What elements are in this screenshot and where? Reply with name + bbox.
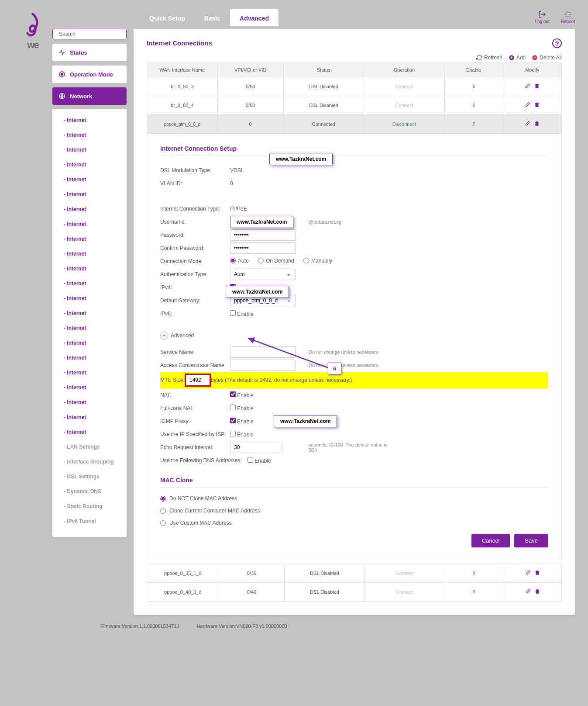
sidebar-item-internet[interactable]: - Internet bbox=[52, 113, 127, 128]
mac-opt-custom[interactable]: Use Custom MAC Address bbox=[160, 520, 548, 526]
bulb-icon[interactable]: ♀ bbox=[471, 83, 476, 90]
firmware-version: Firmware Version:1.1.020061534713 bbox=[100, 623, 179, 629]
sidebar-item-static[interactable]: - Static Routing bbox=[52, 499, 127, 514]
sidebar-item-ipv6[interactable]: - IPv6 Tunnel bbox=[52, 514, 127, 529]
sidebar-item-internet[interactable]: - Internet bbox=[52, 142, 127, 157]
tab-quick-setup[interactable]: Quick Setup bbox=[140, 9, 195, 26]
search-input-wrap[interactable] bbox=[52, 29, 127, 39]
sidebar-item-internet[interactable]: - Internet bbox=[52, 365, 127, 380]
ipv6-checkbox[interactable]: Enable bbox=[230, 311, 254, 317]
echo-label: Echo Request Interval: bbox=[160, 444, 230, 450]
auth-select[interactable]: Auto bbox=[230, 269, 296, 280]
igmp-checkbox[interactable]: Enable bbox=[230, 419, 254, 425]
trash-icon[interactable] bbox=[534, 102, 540, 108]
cmode-ondemand[interactable]: On Demand bbox=[258, 258, 294, 264]
bulb-icon[interactable]: ♀ bbox=[471, 588, 477, 595]
echo-input[interactable] bbox=[230, 442, 282, 453]
cancel-button[interactable]: Cancel bbox=[471, 534, 510, 547]
brand-logo bbox=[23, 13, 42, 38]
trash-icon[interactable] bbox=[534, 121, 540, 127]
trash-icon[interactable] bbox=[534, 570, 540, 576]
logout-button[interactable]: Log out bbox=[535, 10, 549, 24]
nat-checkbox[interactable]: Enable bbox=[230, 392, 254, 398]
dns-checkbox[interactable]: Enable bbox=[248, 458, 271, 464]
tab-advanced[interactable]: Advanced bbox=[230, 9, 279, 26]
sidebar-item-internet[interactable]: - Internet bbox=[52, 336, 127, 350]
sidebar-item-internet[interactable]: - Internet bbox=[52, 202, 127, 217]
help-icon[interactable]: ? bbox=[552, 38, 562, 48]
sidebar-status[interactable]: Status bbox=[52, 44, 127, 61]
fcnat-checkbox[interactable]: Enable bbox=[230, 405, 254, 412]
edit-icon[interactable] bbox=[524, 121, 530, 127]
table-row[interactable]: br_0_60_40/60DSL Disabled Connect ♀ bbox=[147, 96, 562, 115]
sidebar-item-internet[interactable]: - Internet bbox=[52, 261, 127, 276]
brand-text: we bbox=[27, 39, 38, 51]
edit-icon[interactable] bbox=[524, 102, 530, 108]
sidebar-item-lan[interactable]: - LAN Settings bbox=[52, 440, 127, 454]
sidebar-item-internet[interactable]: - Internet bbox=[52, 291, 127, 306]
col-operation: Operation bbox=[364, 63, 444, 77]
advanced-toggle[interactable]: Advanced bbox=[160, 332, 548, 339]
bulb-icon[interactable]: ♀ bbox=[471, 569, 477, 577]
sidebar-item-dsl[interactable]: - DSL Settings bbox=[52, 469, 127, 484]
sidebar-item-internet[interactable]: - Internet bbox=[52, 187, 127, 202]
table-row[interactable]: br_0_50_30/50DSL Disabled Connect ♀ bbox=[147, 77, 562, 96]
bulb-icon[interactable]: ♀ bbox=[471, 120, 476, 128]
sidebar-item-internet[interactable]: - Internet bbox=[52, 380, 127, 395]
sidebar-item-internet[interactable]: - Internet bbox=[52, 276, 127, 291]
refresh-button[interactable]: Refresh bbox=[476, 55, 502, 61]
trash-icon[interactable] bbox=[534, 83, 540, 89]
col-wan-name: WAN Interface Name bbox=[147, 63, 218, 77]
section-title-setup: Internet Connection Setup bbox=[160, 145, 548, 152]
mtu-input[interactable] bbox=[185, 374, 211, 387]
save-button[interactable]: Save bbox=[514, 534, 548, 547]
sidebar-network[interactable]: Network bbox=[52, 87, 127, 105]
sidebar-item-internet[interactable]: - Internet bbox=[52, 306, 127, 321]
sidebar-item-internet[interactable]: - Internet bbox=[52, 425, 127, 440]
table-row[interactable]: pppoe_0_35_1_d0/35DSL Disabled Connect ♀ bbox=[147, 564, 562, 583]
mac-opt-clone[interactable]: Clone Current Computer MAC Address bbox=[160, 508, 548, 514]
ispip-checkbox[interactable]: Enable bbox=[230, 432, 254, 438]
confirm-password-input[interactable] bbox=[230, 242, 296, 254]
service-name-input[interactable] bbox=[230, 346, 296, 358]
sidebar-item-ifgroup[interactable]: - Interface Grouping bbox=[52, 454, 127, 469]
sidebar-item-internet[interactable]: - Internet bbox=[52, 217, 127, 232]
reboot-button[interactable]: Reboot bbox=[561, 10, 575, 24]
sidebar-item-internet[interactable]: - Internet bbox=[52, 232, 127, 246]
add-button[interactable]: Add bbox=[509, 55, 526, 61]
edit-icon[interactable] bbox=[525, 588, 531, 595]
edit-icon[interactable] bbox=[525, 570, 531, 576]
ipv4-label: IPv4: bbox=[160, 284, 230, 291]
sidebar-operation-mode[interactable]: Operation Mode bbox=[52, 66, 127, 83]
cmode-manual[interactable]: Manually bbox=[303, 258, 332, 264]
sidebar-item-internet[interactable]: - Internet bbox=[52, 157, 127, 172]
ipv6-label: IPv6: bbox=[160, 311, 230, 317]
sidebar-item-internet[interactable]: - Internet bbox=[52, 410, 127, 425]
edit-icon[interactable] bbox=[524, 83, 530, 89]
tab-basic[interactable]: Basic bbox=[195, 9, 230, 26]
sidebar-item-internet[interactable]: - Internet bbox=[52, 321, 127, 336]
mac-opt-noclone[interactable]: Do NOT Clone MAC Address bbox=[160, 495, 548, 502]
password-label: Password: bbox=[160, 232, 230, 238]
network-icon bbox=[58, 93, 65, 100]
delete-all-button[interactable]: Delete All bbox=[532, 55, 562, 61]
sidebar-item-ddns[interactable]: - Dynamic DNS bbox=[52, 484, 127, 499]
cmode-label: Connection Mode: bbox=[160, 258, 230, 264]
sidebar-item-internet[interactable]: - Internet bbox=[52, 395, 127, 410]
sidebar-item-internet[interactable]: - Internet bbox=[52, 128, 127, 142]
col-enable: Enable bbox=[444, 63, 503, 77]
table-row[interactable]: pppoe_0_40_0_d0/40DSL Disabled Connect ♀ bbox=[147, 583, 562, 602]
echo-hint: seconds. (0-120. The default value is 30… bbox=[309, 442, 396, 453]
bulb-icon[interactable]: ♀ bbox=[471, 101, 476, 109]
ispip-label: Use the IP Specified by ISP: bbox=[160, 431, 230, 437]
sidebar-item-internet[interactable]: - Internet bbox=[52, 246, 127, 261]
cmode-auto[interactable]: Auto bbox=[230, 258, 249, 264]
password-input[interactable] bbox=[230, 229, 296, 241]
watermark: www.TazkraNet.com bbox=[230, 216, 293, 228]
table-row[interactable]: pppoe_ptm_0_0_d0Connected Disconnect ♀ bbox=[147, 115, 562, 134]
search-input[interactable] bbox=[59, 31, 124, 37]
sidebar-item-internet[interactable]: - Internet bbox=[52, 350, 127, 365]
trash-icon[interactable] bbox=[534, 588, 540, 595]
acn-input[interactable] bbox=[230, 360, 296, 371]
sidebar-item-internet[interactable]: - Internet bbox=[52, 172, 127, 187]
